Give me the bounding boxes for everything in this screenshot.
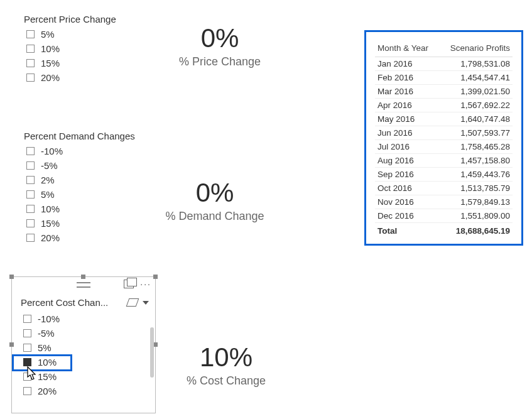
demand-slicer-option[interactable]: -5% bbox=[24, 160, 156, 172]
cell-month: Mar 2016 bbox=[375, 85, 438, 99]
cell-month: Nov 2016 bbox=[375, 195, 438, 209]
cost-slicer-option-label: 5% bbox=[38, 342, 52, 353]
more-options-icon[interactable]: ··· bbox=[140, 280, 151, 288]
table-row[interactable]: Jan 20161,798,531.08 bbox=[375, 57, 513, 71]
checkbox-icon[interactable] bbox=[26, 59, 35, 67]
checkbox-icon[interactable] bbox=[23, 329, 31, 337]
cell-month: Oct 2016 bbox=[375, 182, 438, 195]
cell-month: Dec 2016 bbox=[375, 209, 438, 223]
cost-change-card: 10% % Cost Change bbox=[157, 344, 295, 388]
clear-selection-icon[interactable] bbox=[126, 298, 139, 307]
demand-change-label: % Demand Change bbox=[146, 210, 284, 223]
table-row[interactable]: Dec 20161,551,809.00 bbox=[375, 209, 513, 223]
price-slicer-option[interactable]: 5% bbox=[24, 28, 149, 40]
table-row[interactable]: Aug 20161,457,158.80 bbox=[375, 154, 513, 168]
checkbox-icon[interactable] bbox=[23, 344, 31, 352]
table-row[interactable]: Mar 20161,399,021.50 bbox=[375, 85, 513, 99]
checkbox-icon[interactable] bbox=[23, 387, 31, 395]
cell-profit: 1,457,158.80 bbox=[438, 154, 513, 168]
table-row[interactable]: Oct 20161,513,785.79 bbox=[375, 182, 513, 195]
cell-month: May 2016 bbox=[375, 112, 438, 126]
cell-profit: 1,454,547.41 bbox=[438, 71, 513, 85]
price-change-card: 0% % Price Change bbox=[157, 25, 283, 68]
demand-slicer-option-label: 15% bbox=[41, 218, 60, 229]
demand-slicer-option-label: -5% bbox=[41, 160, 58, 171]
checkbox-icon[interactable] bbox=[26, 30, 35, 38]
cost-slicer-option[interactable]: -5% bbox=[21, 327, 153, 339]
checkbox-icon[interactable] bbox=[26, 205, 35, 213]
cell-profit: 1,758,465.28 bbox=[438, 140, 513, 154]
cost-slicer-visual[interactable]: ··· Percent Cost Chan... -10%-5%5%10%15%… bbox=[11, 276, 156, 413]
cell-profit: 1,399,021.50 bbox=[438, 85, 513, 99]
checkbox-icon[interactable] bbox=[23, 358, 31, 366]
demand-slicer-option[interactable]: 2% bbox=[24, 174, 156, 186]
cell-profit: 1,507,593.77 bbox=[438, 126, 513, 140]
cost-slicer-option-label: -5% bbox=[38, 328, 55, 339]
price-slicer-option[interactable]: 15% bbox=[24, 57, 149, 69]
table-row[interactable]: Feb 20161,454,547.41 bbox=[375, 71, 513, 85]
cell-profit: 1,513,785.79 bbox=[438, 182, 513, 195]
cell-profit: 1,567,692.22 bbox=[438, 99, 513, 112]
checkbox-icon[interactable] bbox=[23, 373, 31, 381]
demand-slicer-option[interactable]: 20% bbox=[24, 232, 156, 244]
checkbox-icon[interactable] bbox=[26, 74, 35, 82]
checkbox-icon[interactable] bbox=[26, 234, 35, 242]
demand-slicer-option[interactable]: 15% bbox=[24, 217, 156, 229]
resize-handle-w[interactable] bbox=[9, 342, 14, 347]
table-row[interactable]: Nov 20161,579,849.13 bbox=[375, 195, 513, 209]
checkbox-icon[interactable] bbox=[23, 315, 31, 323]
checkbox-icon[interactable] bbox=[26, 176, 35, 184]
cost-slicer-option[interactable]: 10% bbox=[21, 356, 153, 368]
price-slicer-option[interactable]: 10% bbox=[24, 43, 149, 55]
col-scenario-profits[interactable]: Scenario Profits bbox=[438, 41, 513, 57]
table-row[interactable]: Jul 20161,758,465.28 bbox=[375, 140, 513, 154]
price-slicer-option-label: 10% bbox=[41, 43, 60, 54]
cell-month: Jan 2016 bbox=[375, 57, 438, 71]
price-change-value: 0% bbox=[157, 25, 283, 52]
price-slicer-option[interactable]: 20% bbox=[24, 72, 149, 84]
checkbox-icon[interactable] bbox=[26, 147, 35, 155]
total-value: 18,688,645.19 bbox=[438, 223, 513, 238]
demand-slicer-option-label: 10% bbox=[41, 204, 60, 214]
cost-slicer-option[interactable]: -10% bbox=[21, 313, 153, 325]
cell-month: Sep 2016 bbox=[375, 168, 438, 182]
chevron-down-icon[interactable] bbox=[143, 301, 149, 305]
demand-slicer-option[interactable]: -10% bbox=[24, 145, 156, 157]
demand-slicer-option-label: 2% bbox=[41, 175, 55, 185]
drag-handle-icon[interactable] bbox=[77, 282, 90, 288]
table-header-row: Month & Year Scenario Profits bbox=[375, 41, 513, 57]
cost-slicer-option-label: 20% bbox=[38, 386, 57, 396]
cost-slicer-option-label: -10% bbox=[38, 313, 60, 324]
demand-slicer-option-label: 20% bbox=[41, 232, 60, 243]
cell-month: Jun 2016 bbox=[375, 126, 438, 140]
demand-change-value: 0% bbox=[146, 180, 284, 206]
cell-profit: 1,459,443.76 bbox=[438, 168, 513, 182]
cost-slicer-option-label: 10% bbox=[38, 357, 57, 368]
table-row[interactable]: Sep 20161,459,443.76 bbox=[375, 168, 513, 182]
table-row[interactable]: May 20161,640,747.48 bbox=[375, 112, 513, 126]
table-row[interactable]: Apr 20161,567,692.22 bbox=[375, 99, 513, 112]
checkbox-icon[interactable] bbox=[26, 219, 35, 227]
demand-slicer-option-label: -10% bbox=[41, 146, 63, 156]
demand-slicer-option[interactable]: 5% bbox=[24, 188, 156, 200]
col-month-year[interactable]: Month & Year bbox=[375, 41, 438, 57]
cell-month: Jul 2016 bbox=[375, 140, 438, 154]
cell-profit: 1,579,849.13 bbox=[438, 195, 513, 209]
cost-slicer-option[interactable]: 20% bbox=[21, 385, 153, 397]
price-change-label: % Price Change bbox=[157, 55, 283, 68]
price-slicer: Percent Price Change 5%10%15%20% bbox=[24, 14, 149, 86]
checkbox-icon[interactable] bbox=[26, 45, 35, 53]
cost-slicer-option-label: 15% bbox=[38, 371, 57, 382]
demand-slicer-option[interactable]: 10% bbox=[24, 203, 156, 215]
cell-profit: 1,798,531.08 bbox=[438, 57, 513, 71]
checkbox-icon[interactable] bbox=[26, 161, 35, 170]
focus-mode-icon[interactable] bbox=[124, 280, 134, 288]
table-row[interactable]: Jun 20161,507,593.77 bbox=[375, 126, 513, 140]
scrollbar[interactable] bbox=[150, 327, 154, 378]
cell-month: Aug 2016 bbox=[375, 154, 438, 168]
demand-slicer-option-label: 5% bbox=[41, 189, 55, 200]
cost-slicer-option[interactable]: 15% bbox=[21, 371, 153, 383]
cost-slicer-option[interactable]: 5% bbox=[21, 342, 153, 354]
cell-month: Apr 2016 bbox=[375, 99, 438, 112]
checkbox-icon[interactable] bbox=[26, 190, 35, 199]
